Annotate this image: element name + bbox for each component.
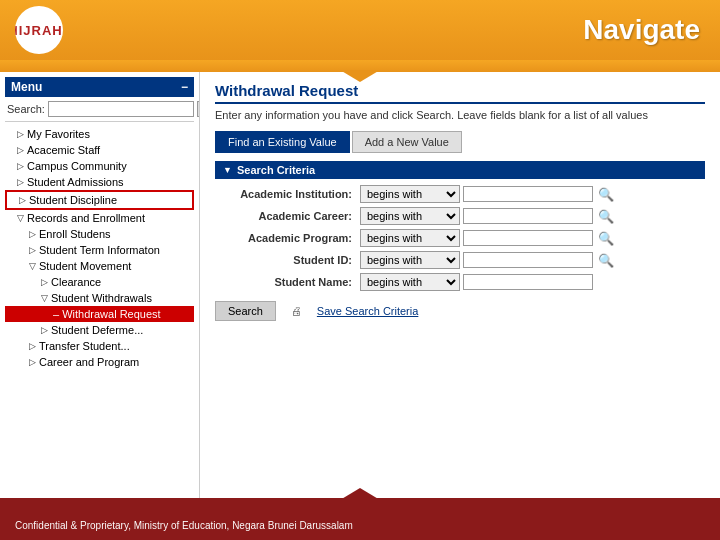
criteria-academic-career: Academic Career: begins with contains = … — [215, 207, 705, 225]
search-criteria-header: ▼ Search Criteria — [215, 161, 705, 179]
header-title: Navigate — [583, 14, 700, 46]
triangle-icon: ▽ — [17, 213, 24, 223]
sidebar: Menu − Search: » ▷ My Favorites ▷ Acacem… — [0, 72, 200, 502]
search-criteria-label: Search Criteria — [237, 164, 315, 176]
main-area: Menu − Search: » ▷ My Favorites ▷ Acacem… — [0, 72, 720, 502]
triangle-icon: ▷ — [19, 195, 26, 205]
wave-decoration-top — [0, 60, 720, 72]
triangle-icon: ▽ — [41, 293, 48, 303]
triangle-icon: ▷ — [29, 229, 36, 239]
academic-career-input[interactable] — [463, 208, 593, 224]
search-lookup-icon[interactable]: 🔍 — [598, 209, 614, 224]
academic-institution-input[interactable] — [463, 186, 593, 202]
academic-career-operator[interactable]: begins with contains = — [360, 207, 460, 225]
sidebar-item-label: My Favorites — [27, 128, 90, 140]
sidebar-search-row: Search: » — [5, 97, 194, 122]
logo-circle: HIJRAH™ — [15, 6, 63, 54]
sidebar-item-student-movement[interactable]: ▽ Student Movement — [5, 258, 194, 274]
triangle-icon: ▽ — [29, 261, 36, 271]
sidebar-item-label: Student Withdrawals — [51, 292, 152, 304]
sidebar-item-label: Records and Enrollment — [27, 212, 145, 224]
sidebar-item-student-deferment[interactable]: ▷ Student Deferme... — [5, 322, 194, 338]
sidebar-item-student-term-info[interactable]: ▷ Student Term Informaton — [5, 242, 194, 258]
sidebar-item-campus-community[interactable]: ▷ Campus Community — [5, 158, 194, 174]
content-area: Withdrawal Request Enter any information… — [200, 72, 720, 502]
sidebar-item-label: Student Deferme... — [51, 324, 143, 336]
content-description: Enter any information you have and click… — [215, 109, 705, 121]
page-title: Withdrawal Request — [215, 82, 705, 104]
sidebar-item-label: Campus Community — [27, 160, 127, 172]
save-search-button[interactable]: Save Search Criteria — [317, 305, 419, 317]
sidebar-item-label: Enroll Studens — [39, 228, 111, 240]
sidebar-item-label: Student Discipline — [29, 194, 117, 206]
sidebar-item-withdrawal-request[interactable]: – Withdrawal Request — [5, 306, 194, 322]
student-id-input[interactable] — [463, 252, 593, 268]
triangle-icon: ▷ — [17, 161, 24, 171]
sidebar-item-clearance[interactable]: ▷ Clearance — [5, 274, 194, 290]
criteria-academic-program: Academic Program: begins with contains =… — [215, 229, 705, 247]
header: HIJRAH™ Navigate — [0, 0, 720, 60]
sidebar-item-career-program[interactable]: ▷ Career and Program — [5, 354, 194, 370]
criteria-label: Academic Institution: — [215, 188, 360, 200]
sidebar-search-input[interactable] — [48, 101, 194, 117]
tab-add-new[interactable]: Add a New Value — [352, 131, 462, 153]
logo-text: HIJRAH — [15, 23, 63, 38]
sidebar-item-label: Student Admissions — [27, 176, 124, 188]
search-button[interactable]: Search — [215, 301, 276, 321]
sidebar-item-enroll-students[interactable]: ▷ Enroll Studens — [5, 226, 194, 242]
sidebar-collapse-button[interactable]: − — [181, 80, 188, 94]
tab-find-existing[interactable]: Find an Existing Value — [215, 131, 350, 153]
footer-text: Confidential & Proprietary, Ministry of … — [15, 520, 353, 531]
criteria-label: Academic Career: — [215, 210, 360, 222]
academic-institution-operator[interactable]: begins with contains = — [360, 185, 460, 203]
sidebar-item-student-discipline[interactable]: ▷ Student Discipline — [5, 190, 194, 210]
criteria-student-name: Student Name: begins with contains = — [215, 273, 705, 291]
sidebar-item-label: – Withdrawal Request — [53, 308, 161, 320]
triangle-icon: ▷ — [17, 177, 24, 187]
sidebar-item-student-withdrawals[interactable]: ▽ Student Withdrawals — [5, 290, 194, 306]
logo: HIJRAH™ — [15, 6, 63, 54]
academic-program-input[interactable] — [463, 230, 593, 246]
triangle-icon: ▷ — [29, 245, 36, 255]
sidebar-header: Menu − — [5, 77, 194, 97]
search-lookup-icon[interactable]: 🔍 — [598, 253, 614, 268]
sidebar-item-label: Acacemic Staff — [27, 144, 100, 156]
student-id-operator[interactable]: begins with contains = — [360, 251, 460, 269]
triangle-icon: ▷ — [41, 277, 48, 287]
sidebar-search-label: Search: — [7, 103, 45, 115]
section-triangle-icon: ▼ — [223, 165, 232, 175]
tab-bar: Find an Existing Value Add a New Value — [215, 131, 705, 153]
criteria-label: Student ID: — [215, 254, 360, 266]
triangle-icon: ▷ — [29, 341, 36, 351]
sidebar-item-my-favorites[interactable]: ▷ My Favorites — [5, 126, 194, 142]
sidebar-item-transfer-student[interactable]: ▷ Transfer Student... — [5, 338, 194, 354]
wave-decoration-bottom — [0, 498, 720, 510]
save-search-label: Save Search Criteria — [317, 305, 419, 317]
criteria-academic-institution: Academic Institution: begins with contai… — [215, 185, 705, 203]
sidebar-item-records-enrollment[interactable]: ▽ Records and Enrollment — [5, 210, 194, 226]
sidebar-item-label: Student Term Informaton — [39, 244, 160, 256]
sidebar-item-student-admissions[interactable]: ▷ Student Admissions — [5, 174, 194, 190]
criteria-label: Academic Program: — [215, 232, 360, 244]
save-icon: 🖨 — [291, 305, 302, 317]
triangle-icon: ▷ — [17, 145, 24, 155]
triangle-icon: ▷ — [41, 325, 48, 335]
sidebar-item-label: Student Movement — [39, 260, 131, 272]
footer: Confidential & Proprietary, Ministry of … — [0, 510, 720, 540]
sidebar-item-academic-staff[interactable]: ▷ Acacemic Staff — [5, 142, 194, 158]
bottom-actions: Search 🖨 Save Search Criteria — [215, 301, 705, 321]
academic-program-operator[interactable]: begins with contains = — [360, 229, 460, 247]
student-name-input[interactable] — [463, 274, 593, 290]
sidebar-menu: ▷ My Favorites ▷ Acacemic Staff ▷ Campus… — [5, 126, 194, 370]
criteria-label: Student Name: — [215, 276, 360, 288]
sidebar-item-label: Career and Program — [39, 356, 139, 368]
sidebar-item-label: Clearance — [51, 276, 101, 288]
search-lookup-icon[interactable]: 🔍 — [598, 231, 614, 246]
sidebar-item-label: Transfer Student... — [39, 340, 130, 352]
triangle-icon: ▷ — [29, 357, 36, 367]
triangle-icon: ▷ — [17, 129, 24, 139]
search-lookup-icon[interactable]: 🔍 — [598, 187, 614, 202]
student-name-operator[interactable]: begins with contains = — [360, 273, 460, 291]
sidebar-title-label: Menu — [11, 80, 42, 94]
criteria-student-id: Student ID: begins with contains = 🔍 — [215, 251, 705, 269]
